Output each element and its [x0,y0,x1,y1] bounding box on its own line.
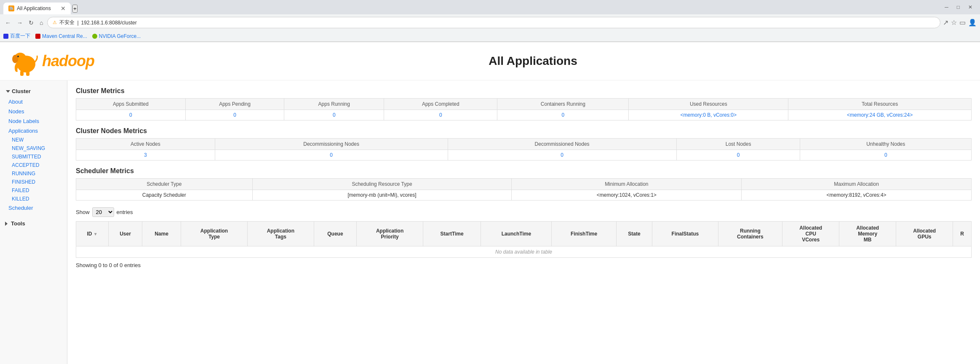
app-container: Cluster About Nodes Node Labels Applicat… [0,80,980,364]
th-launch-time[interactable]: LaunchTime [481,222,552,246]
th-final-status[interactable]: FinalStatus [652,222,718,246]
val-apps-running: 0 [284,110,384,120]
nvidia-favicon [92,34,97,39]
address-bar-row: ← → ↻ ⌂ ⚠ 不安全 | 192.168.1.6:8088/cluster… [0,14,980,31]
hadoop-logo: hadoop [8,46,94,76]
val-apps-submitted: 0 [76,110,186,120]
nodes-metrics-section: Cluster Nodes Metrics Active Nodes Decom… [76,127,972,161]
val-lost-nodes[interactable]: 0 [676,150,800,161]
tools-label: Tools [11,220,25,227]
applications-table: ID ▼ User Name ApplicationType Applicati… [76,221,972,258]
home-button[interactable]: ⌂ [38,18,45,28]
scheduler-metrics-table: Scheduler Type Scheduling Resource Type … [76,178,972,201]
new-tab-button[interactable]: + [72,5,77,13]
th-queue[interactable]: Queue [314,222,356,246]
sidebar-sub-item-killed[interactable]: KILLED [0,195,67,203]
hadoop-logo-svg [8,46,42,76]
cluster-metrics-row: 0 0 0 0 0 <memory:0 B, vCores:0> <memory… [76,110,972,120]
th-app-priority[interactable]: ApplicationPriority [357,222,423,246]
th-running-containers[interactable]: RunningContainers [718,222,782,246]
nodes-metrics-title: Cluster Nodes Metrics [76,127,972,135]
col-maximum-allocation: Maximum Allocation [742,179,972,190]
val-decommissioned-nodes[interactable]: 0 [448,150,676,161]
address-bar[interactable]: ⚠ 不安全 | 192.168.1.6:8088/cluster [47,17,940,28]
reload-button[interactable]: ↻ [27,18,35,28]
sidebar-item-node-labels[interactable]: Node Labels [0,116,67,126]
svg-rect-4 [20,71,24,76]
no-data-row: No data available in table [76,246,972,258]
sidebar-sub-item-new-saving[interactable]: NEW_SAVING [0,144,67,153]
separator: | [77,20,78,26]
th-id[interactable]: ID ▼ [76,222,109,246]
sidebar-sub-item-finished[interactable]: FINISHED [0,178,67,186]
bookmark-nvidia[interactable]: NVIDIA GeForce... [92,33,141,39]
sidebar-sub-item-new[interactable]: NEW [0,136,67,144]
th-user[interactable]: User [109,222,142,246]
th-name[interactable]: Name [142,222,181,246]
close-window-button[interactable]: ✕ [966,3,975,11]
bookmark-icon[interactable]: ☆ [951,19,957,27]
th-alloc-memory[interactable]: AllocatedMemoryMB [839,222,896,246]
browser-chrome: 🐘 All Applications ✕ + ─ □ ✕ ← → ↻ ⌂ ⚠ 不… [0,0,980,42]
val-unhealthy-nodes[interactable]: 0 [800,150,972,161]
sidebar-sub-item-failed[interactable]: FAILED [0,186,67,195]
cluster-header[interactable]: Cluster [0,86,67,97]
th-app-type[interactable]: ApplicationType [181,222,248,246]
val-scheduling-resource-type: [memory-mb (unit=Mi), vcores] [252,190,512,201]
baidu-label: 百度一下 [10,32,30,40]
restore-button[interactable]: □ [954,3,962,11]
scheduler-metrics-row: Capacity Scheduler [memory-mb (unit=Mi),… [76,190,972,201]
no-data-cell: No data available in table [76,246,972,258]
bookmarks-bar: 百度一下 Maven Central Re... NVIDIA GeForce.… [0,31,980,42]
sidebar: Cluster About Nodes Node Labels Applicat… [0,80,67,364]
th-state[interactable]: State [616,222,652,246]
entries-select[interactable]: 10 20 25 50 100 [92,207,114,217]
col-used-resources: Used Resources [629,99,788,110]
col-apps-pending: Apps Pending [185,99,284,110]
val-active-nodes[interactable]: 3 [76,150,215,161]
th-finish-time[interactable]: FinishTime [552,222,616,246]
th-alloc-cpu[interactable]: AllocatedCPUVCores [782,222,839,246]
th-app-tags[interactable]: ApplicationTags [247,222,314,246]
split-icon: ▭ [959,19,966,27]
share-icon: ↗ [943,19,948,27]
col-containers-running: Containers Running [497,99,629,110]
bookmark-baidu[interactable]: 百度一下 [3,32,30,40]
col-unhealthy-nodes: Unhealthy Nodes [800,139,972,150]
sidebar-item-about[interactable]: About [0,97,67,107]
bookmark-maven[interactable]: Maven Central Re... [35,33,87,39]
sidebar-item-applications[interactable]: Applications [0,126,67,136]
col-scheduler-type: Scheduler Type [76,179,253,190]
baidu-favicon [3,34,8,39]
active-tab[interactable]: 🐘 All Applications ✕ [3,3,71,14]
tools-header[interactable]: Tools [0,218,67,229]
entries-label: entries [117,209,133,215]
svg-point-2 [12,55,18,63]
minimize-button[interactable]: ─ [942,3,951,11]
maven-label: Maven Central Re... [42,33,87,39]
nodes-metrics-row: 3 0 0 0 0 [76,150,972,161]
sidebar-item-scheduler[interactable]: Scheduler [0,203,67,213]
tab-title: All Applications [17,5,51,11]
sidebar-item-nodes[interactable]: Nodes [0,107,67,116]
col-minimum-allocation: Minimum Allocation [512,179,742,190]
val-decommissioning-nodes[interactable]: 0 [215,150,448,161]
cluster-metrics-table: Apps Submitted Apps Pending Apps Running… [76,98,972,120]
col-scheduling-resource-type: Scheduling Resource Type [252,179,512,190]
val-total-resources: <memory:24 GB, vCores:24> [788,110,972,120]
th-start-time[interactable]: StartTime [423,222,481,246]
cluster-metrics-section: Cluster Metrics Apps Submitted Apps Pend… [76,87,972,120]
th-alloc-gpus[interactable]: AllocatedGPUs [896,222,953,246]
cluster-expand-icon [6,90,10,93]
forward-button[interactable]: → [15,18,24,28]
th-r[interactable]: R [953,222,972,246]
showing-text: Showing 0 to 0 of 0 entries [76,262,972,268]
sidebar-sub-item-running[interactable]: RUNNING [0,169,67,178]
tab-close-button[interactable]: ✕ [61,5,66,12]
sidebar-sub-item-submitted[interactable]: SUBMITTED [0,153,67,161]
sidebar-sub-item-accepted[interactable]: ACCEPTED [0,161,67,169]
hadoop-text: hadoop [42,52,94,70]
back-button[interactable]: ← [3,18,13,28]
page-title: All Applications [94,54,972,68]
col-lost-nodes: Lost Nodes [676,139,800,150]
